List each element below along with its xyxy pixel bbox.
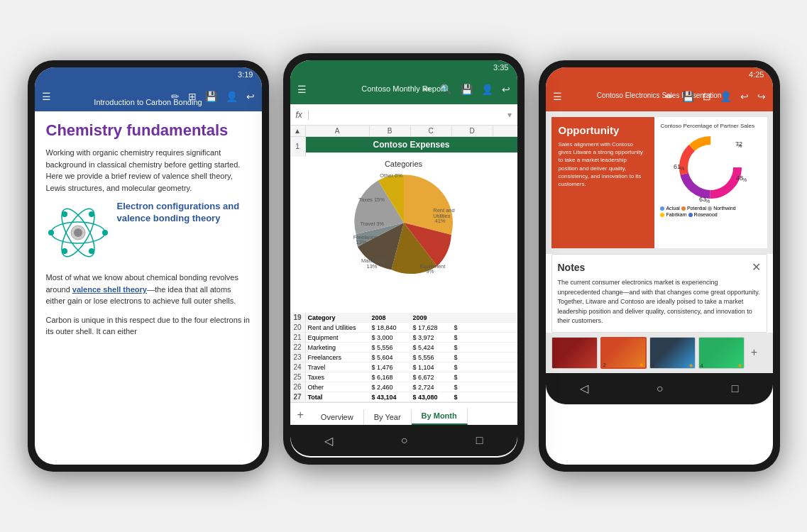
data-row-21: 21 Equipment $ 3,000 $ 3,972 $ xyxy=(290,333,517,343)
legend-label-fabrikam: Fabrikam xyxy=(666,212,686,217)
thumb-num-3: 3 xyxy=(652,362,654,369)
ppt-share-icon[interactable]: 👤 xyxy=(720,91,732,102)
excel-back-btn[interactable]: ◁ xyxy=(324,434,333,448)
electron-heading: Electron configurations and valence bond… xyxy=(117,201,251,225)
fx-label: fx xyxy=(296,110,302,120)
excel-edit-icon[interactable]: ✏ xyxy=(423,84,432,95)
cell-rent-extra: $ xyxy=(452,323,493,332)
excel-undo-icon[interactable]: ↩ xyxy=(502,84,510,95)
data-row-27: 27 Total $ 43,104 $ 43,080 $ xyxy=(290,392,517,402)
svg-text:%: % xyxy=(680,166,684,171)
ppt-time: 4:25 xyxy=(749,70,764,79)
data-header-row: 19 Category 2008 2009 xyxy=(290,313,517,323)
add-slide-btn[interactable]: + xyxy=(747,337,762,369)
header-extra xyxy=(452,317,493,318)
tab-overview[interactable]: Overview xyxy=(311,409,364,425)
data-row-23: 23 Freelancers $ 5,604 $ 5,556 $ xyxy=(290,353,517,362)
ppt-toolbar-left: ☰ xyxy=(553,91,562,102)
row-num-27: 27 xyxy=(290,392,306,401)
slide-title: Opportunity xyxy=(559,124,648,136)
row-num-26: 26 xyxy=(290,382,306,392)
cell-taxes-2009: $ 6,672 xyxy=(411,373,452,382)
save-icon[interactable]: 💾 xyxy=(205,91,217,102)
excel-search-icon[interactable]: 🔍 xyxy=(440,84,452,95)
svg-point-5 xyxy=(102,230,108,235)
slide-thumb-1[interactable]: 1 xyxy=(551,337,598,369)
svg-text:Taxes 15%: Taxes 15% xyxy=(358,196,385,203)
ppt-save-icon[interactable]: 💾 xyxy=(682,91,694,102)
row-num-21: 21 xyxy=(290,333,306,342)
excel-share-icon[interactable]: 👤 xyxy=(481,84,493,95)
slide-thumb-2[interactable]: 2 ★ xyxy=(600,337,647,369)
ppt-status-bar: 4:25 xyxy=(546,67,773,82)
ppt-undo-icon[interactable]: ↩ xyxy=(740,91,749,102)
formula-input[interactable] xyxy=(314,110,507,120)
cell-other-extra: $ xyxy=(452,383,493,392)
col-header-d: D xyxy=(452,126,493,136)
cell-rent: Rent and Utilities xyxy=(306,323,370,332)
svg-text:Other 6%: Other 6% xyxy=(380,172,402,179)
undo-icon[interactable]: ↩ xyxy=(246,91,255,102)
svg-text:13%: 13% xyxy=(356,239,366,245)
expenses-header-row: 1 Contoso Expenses xyxy=(290,137,517,157)
ppt-menu-icon[interactable]: ☰ xyxy=(553,91,562,102)
tab-by-month[interactable]: By Month xyxy=(412,408,468,425)
share-icon[interactable]: 👤 xyxy=(226,91,238,102)
ppt-present-icon[interactable]: ⊡ xyxy=(703,91,711,102)
cell-travel-extra: $ xyxy=(452,363,493,372)
legend-dot-actual xyxy=(660,206,664,211)
ppt-phone: 4:25 ☰ Contoso Electronics Sales Present… xyxy=(539,60,780,472)
cell-equip-2009: $ 3,972 xyxy=(411,333,452,342)
cell-equip: Equipment xyxy=(306,333,370,342)
formula-chevron[interactable]: ▾ xyxy=(507,110,512,120)
format-icon[interactable]: ⊞ xyxy=(188,91,197,102)
svg-point-8 xyxy=(62,248,67,254)
ppt-edit-icon[interactable]: ✏ xyxy=(665,91,674,102)
svg-text:41%: 41% xyxy=(434,218,445,224)
excel-status-bar: 3:35 xyxy=(290,60,517,74)
add-sheet-btn[interactable]: + xyxy=(290,405,311,425)
word-body2: Most of what we know about chemical bond… xyxy=(46,272,251,307)
edit-icon[interactable]: ✏ xyxy=(171,91,180,102)
ppt-home-btn[interactable]: ○ xyxy=(657,382,664,395)
tab-by-year[interactable]: By Year xyxy=(364,409,412,425)
word-section: Electron configurations and valence bond… xyxy=(46,201,251,265)
chart-title: Categories xyxy=(296,160,512,168)
atom-diagram xyxy=(46,201,110,265)
menu-icon[interactable]: ☰ xyxy=(42,91,51,102)
ppt-recents-btn[interactable]: □ xyxy=(732,382,739,395)
slide-thumb-3[interactable]: 3 ★ xyxy=(649,337,696,369)
sheet-col-headers: ▲ A B C D xyxy=(290,126,517,137)
current-slide: Opportunity Sales alignment with Contoso… xyxy=(551,117,767,248)
svg-text:13%: 13% xyxy=(366,263,377,270)
thumb-star-4: ★ xyxy=(737,362,742,369)
legend-northwind: Northwind xyxy=(708,206,736,211)
notes-close-btn[interactable]: ✕ xyxy=(752,260,761,274)
pie-chart: Rent and Utilities 41% Equipment 9% Mark… xyxy=(351,170,457,276)
cell-mkt-extra: $ xyxy=(452,343,493,352)
excel-home-btn[interactable]: ○ xyxy=(401,434,408,447)
cell-rent-2008: $ 18,840 xyxy=(370,323,411,332)
valence-link[interactable]: valence shell theory xyxy=(72,285,147,294)
ppt-back-btn[interactable]: ◁ xyxy=(580,382,588,395)
svg-text:9%: 9% xyxy=(426,268,434,275)
cell-mkt: Marketing xyxy=(306,343,370,352)
electron-section-text: Electron configurations and valence bond… xyxy=(117,201,251,225)
header-2008: 2008 xyxy=(370,314,411,322)
ppt-redo-icon[interactable]: ↪ xyxy=(757,91,766,102)
data-rows: 19 Category 2008 2009 20 Rent and Utilit… xyxy=(290,313,517,402)
slide-thumb-4[interactable]: 4 ★ xyxy=(698,337,745,369)
data-row-20: 20 Rent and Utilities $ 18,840 $ 17,628 … xyxy=(290,323,517,333)
svg-point-1 xyxy=(74,228,82,237)
excel-menu-icon[interactable]: ☰ xyxy=(297,84,307,95)
word-toolbar-left: ☰ xyxy=(42,91,51,102)
formula-bar: fx ▾ xyxy=(290,104,517,126)
legend-label-potential: Potential xyxy=(687,206,706,211)
header-category: Category xyxy=(306,314,370,322)
svg-text:Travel 3%: Travel 3% xyxy=(360,221,384,227)
word-heading: Chemistry fundamentals xyxy=(46,121,251,140)
excel-save-icon[interactable]: 💾 xyxy=(461,84,473,95)
thumb-star-2: ★ xyxy=(639,362,644,368)
excel-recents-btn[interactable]: □ xyxy=(476,434,483,447)
excel-phone: 3:35 ☰ Contoso Monthly Report ✏ 🔍 💾 👤 ↩ … xyxy=(283,53,525,465)
